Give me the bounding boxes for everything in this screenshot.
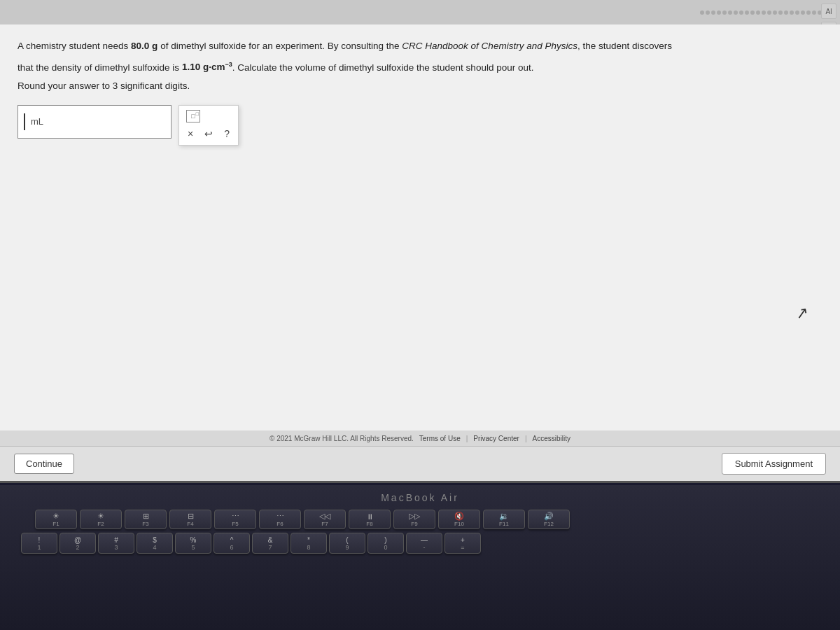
key-plus[interactable]: + = [444,533,481,554]
density-value: 1.10 g·cm−3 [182,62,232,72]
toolbar-top-row: □□ [186,110,231,122]
key-f6[interactable]: ⋯ F6 [259,510,301,529]
x10-button[interactable]: □□ [186,110,200,122]
num-0: 0 [384,544,387,551]
f1-icon: ☀ [52,512,59,521]
f4-label: F4 [187,521,193,527]
key-asterisk[interactable]: * 8 [290,533,327,554]
num-9: 9 [345,544,349,551]
num-8: 8 [307,544,310,551]
sig-figs-instruction: Round your answer to 3 significant digit… [18,80,822,91]
f3-label: F3 [142,521,148,527]
key-f2[interactable]: ☀ F2 [80,510,122,529]
num-5: 5 [191,544,195,551]
x10-label: □□ [191,113,195,120]
answer-row: mL □□ × ↩ ? [18,105,822,146]
key-dollar[interactable]: $ 4 [136,533,173,554]
f10-label: F10 [454,521,464,527]
math-toolbar: □□ × ↩ ? [178,105,239,146]
privacy-link[interactable]: Privacy Center [473,435,519,442]
dollar-top: $ [153,536,157,544]
key-f11[interactable]: 🔉 F11 [483,510,525,529]
percent-top: % [190,536,197,544]
text-cursor [24,113,25,130]
num-2: 2 [76,544,79,551]
f1-label: F1 [52,521,59,527]
key-percent[interactable]: % 5 [175,533,211,554]
top-bar [0,0,840,24]
times-button[interactable]: × [186,127,195,141]
handbook-title: CRC Handbook of Chemistry and Physics [402,41,578,51]
hash-top: # [114,536,118,544]
key-at[interactable]: @ 2 [59,533,96,554]
question-line1: A chemistry student needs 80.0 g of dime… [18,38,822,54]
f11-icon: 🔉 [499,512,509,521]
accessibility-link[interactable]: Accessibility [533,435,570,442]
key-f4[interactable]: ⊟ F4 [169,510,211,529]
undo-button[interactable]: ↩ [203,127,214,141]
exclaim-top: ! [38,536,41,544]
al-icon: Al [821,4,836,19]
cparen-top: ) [384,536,386,544]
f9-label: F9 [411,521,417,527]
f7-icon: ◁◁ [319,512,330,521]
caret-top: ^ [230,536,234,544]
screen-area: Al ⊞ A chemistry student needs 80.0 g of… [0,0,840,483]
decorative-dots [700,10,833,15]
f6-icon: ⋯ [276,512,284,521]
num-7: 7 [268,544,272,551]
key-closeparen[interactable]: ) 0 [368,533,404,554]
f9-icon: ▷▷ [409,512,420,521]
f12-icon: 🔊 [544,512,554,521]
key-f8[interactable]: ⏸ F8 [349,510,391,529]
ast-top: * [307,536,310,544]
f5-icon: ⋯ [232,512,239,521]
f7-label: F7 [321,521,328,527]
terms-link[interactable]: Terms of Use [419,435,461,442]
footer-bar: © 2021 McGraw Hill LLC. All Rights Reser… [0,430,840,446]
num-3: 3 [114,544,118,551]
bottom-bar: Continue Submit Assignment [0,446,840,481]
key-f12[interactable]: 🔊 F12 [528,510,570,529]
key-f7[interactable]: ◁◁ F7 [304,510,346,529]
amp-top: & [268,536,273,544]
mouse-cursor: ↗ [794,304,810,324]
plus-top: + [461,536,465,544]
key-f1[interactable]: ☀ F1 [35,510,77,529]
number-key-row: ! 1 @ 2 # 3 $ 4 % 5 ^ 6 & 7 * 8 [21,533,481,554]
continue-button[interactable]: Continue [14,454,74,474]
f6-label: F6 [276,521,283,527]
f5-label: F5 [232,521,238,527]
macbook-label: MacBook Air [381,492,459,503]
key-f10[interactable]: 🔇 F10 [438,510,480,529]
at-top: @ [74,536,81,544]
function-key-row: ☀ F1 ☀ F2 ⊞ F3 ⊟ F4 ⋯ F5 ⋯ F6 ◁◁ F7 ⏸ F8 [35,510,570,529]
key-ampersand[interactable]: & 7 [252,533,288,554]
f12-label: F12 [544,521,554,527]
submit-assignment-button[interactable]: Submit Assignment [722,453,826,475]
copyright-text: © 2021 McGraw Hill LLC. All Rights Reser… [270,435,414,442]
help-button[interactable]: ? [223,127,231,141]
equals-bottom: = [461,544,464,551]
key-f3[interactable]: ⊞ F3 [125,510,167,529]
keyboard-area: MacBook Air ☀ F1 ☀ F2 ⊞ F3 ⊟ F4 ⋯ F5 ⋯ F… [0,485,840,630]
key-caret[interactable]: ^ 6 [214,533,250,554]
toolbar-buttons-row: × ↩ ? [186,127,231,141]
key-f5[interactable]: ⋯ F5 [214,510,256,529]
f8-label: F8 [366,521,372,527]
answer-input-container[interactable]: mL [18,105,172,139]
content-area: A chemistry student needs 80.0 g of dime… [0,24,840,446]
f2-label: F2 [97,521,104,527]
unit-label: mL [31,116,43,127]
dash-top: — [421,536,428,544]
f10-icon: 🔇 [454,512,464,521]
key-exclaim[interactable]: ! 1 [21,533,57,554]
f2-icon: ☀ [97,512,104,521]
question-line2: that the density of dimethyl sulfoxide i… [18,59,822,75]
key-hash[interactable]: # 3 [98,533,134,554]
num-1: 1 [37,544,41,551]
key-openparen[interactable]: ( 9 [329,533,365,554]
key-dash[interactable]: — - [406,533,442,554]
num-6: 6 [230,544,233,551]
key-f9[interactable]: ▷▷ F9 [393,510,435,529]
